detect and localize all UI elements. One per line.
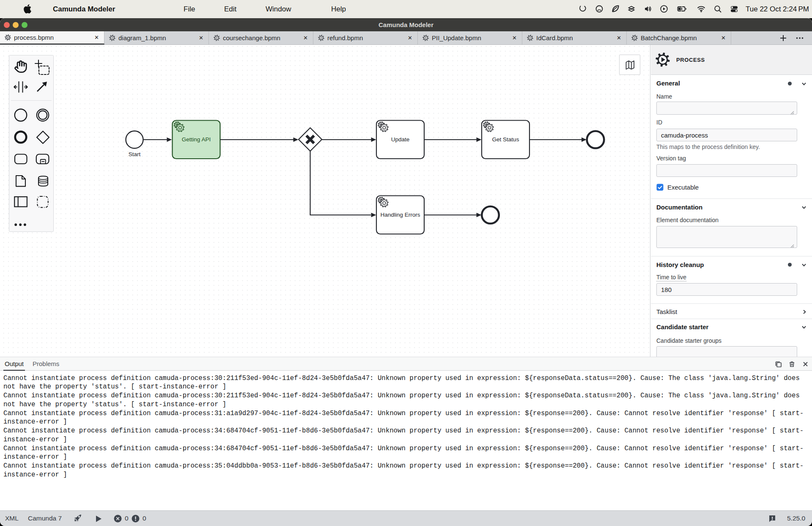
svg-text:Handling Errors: Handling Errors — [381, 212, 420, 218]
svg-text:Update: Update — [391, 136, 410, 143]
svg-text:Start: Start — [129, 151, 141, 157]
svg-text:Get Status: Get Status — [492, 136, 519, 143]
svg-text:Getting API: Getting API — [182, 136, 211, 143]
